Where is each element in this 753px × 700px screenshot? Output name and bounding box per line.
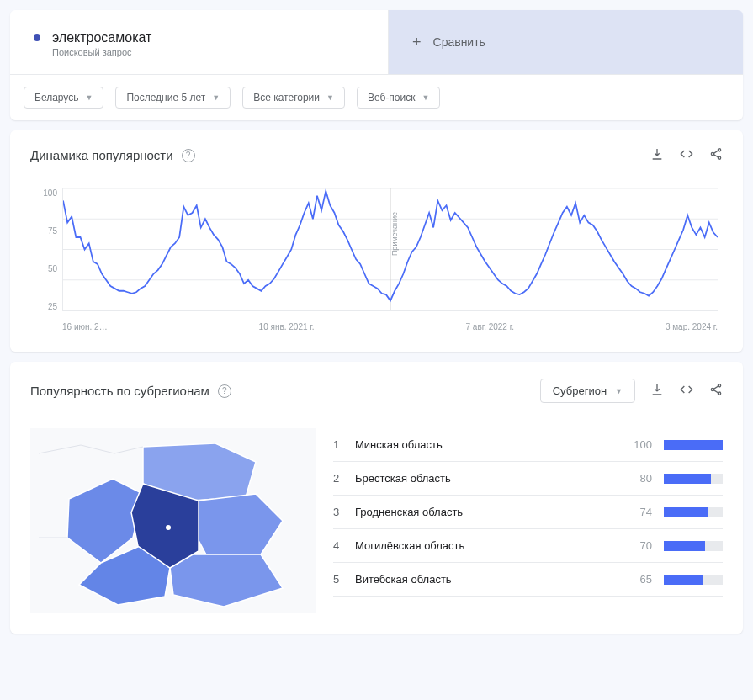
help-icon[interactable]: ? xyxy=(218,384,231,398)
download-icon[interactable] xyxy=(650,383,664,399)
category-filter[interactable]: Все категории ▼ xyxy=(242,87,345,109)
y-tick: 50 xyxy=(40,264,57,273)
interest-chart: 100 75 50 25 Примечание 16 июн. 2… 10 ян xyxy=(30,188,723,331)
search-type-filter[interactable]: Веб-поиск ▼ xyxy=(357,87,440,109)
search-term-box[interactable]: электросамокат Поисковый запрос xyxy=(10,10,389,74)
region-value: 100 xyxy=(627,438,652,451)
region-row[interactable]: 5Витебская область65 xyxy=(333,563,723,597)
x-tick: 3 мар. 2024 г. xyxy=(666,322,718,331)
chevron-down-icon: ▼ xyxy=(422,93,429,102)
embed-icon[interactable] xyxy=(679,383,694,399)
regions-map[interactable] xyxy=(30,428,316,613)
region-row[interactable]: 3Гродненская область74 xyxy=(333,496,723,529)
category-filter-label: Все категории xyxy=(253,92,320,103)
region-rank: 4 xyxy=(333,539,343,552)
regions-list: 1Минская область1002Брестская область803… xyxy=(333,428,723,613)
region-value: 74 xyxy=(627,506,652,518)
regions-card-actions: Субрегион ▼ xyxy=(540,379,723,403)
download-icon[interactable] xyxy=(650,147,664,163)
region-name: Брестская область xyxy=(355,472,615,485)
regions-card-header: Популярность по субрегионам ? Субрегион … xyxy=(30,379,723,403)
region-row[interactable]: 2Брестская область80 xyxy=(333,462,723,496)
embed-icon[interactable] xyxy=(679,147,694,163)
region-value: 80 xyxy=(627,472,652,485)
svg-point-12 xyxy=(166,525,171,530)
share-icon[interactable] xyxy=(709,383,723,399)
y-tick: 75 xyxy=(40,226,57,236)
region-name: Витебская область xyxy=(355,573,615,586)
chevron-down-icon: ▼ xyxy=(326,93,334,102)
interest-over-time-card: Динамика популярности ? 100 75 50 25 xyxy=(10,130,743,352)
compare-button[interactable]: + Сравнить xyxy=(389,10,743,74)
region-name: Гродненская область xyxy=(355,506,615,518)
y-tick: 25 xyxy=(40,302,57,311)
subdivision-label: Субрегион xyxy=(553,384,607,397)
region-name: Могилёвская область xyxy=(355,539,615,552)
search-term-type: Поисковый запрос xyxy=(52,47,364,57)
region-value: 70 xyxy=(627,539,652,552)
time-filter[interactable]: Последние 5 лет ▼ xyxy=(115,87,231,109)
chevron-down-icon: ▼ xyxy=(212,93,220,102)
chart-plot-area: Примечание xyxy=(62,188,718,311)
query-panel: электросамокат Поисковый запрос + Сравни… xyxy=(10,10,743,120)
region-bar xyxy=(664,474,723,484)
regions-card-title: Популярность по субрегионам xyxy=(30,384,209,398)
compare-label: Сравнить xyxy=(433,35,485,49)
share-icon[interactable] xyxy=(709,147,723,163)
query-row: электросамокат Поисковый запрос + Сравни… xyxy=(10,10,743,74)
region-bar xyxy=(664,440,723,450)
region-rank: 1 xyxy=(333,438,343,451)
interest-card-header: Динамика популярности ? xyxy=(30,147,723,163)
region-rank: 3 xyxy=(333,506,343,518)
region-row[interactable]: 4Могилёвская область70 xyxy=(333,529,723,563)
subdivision-dropdown[interactable]: Субрегион ▼ xyxy=(540,379,635,403)
region-rank: 5 xyxy=(333,573,343,586)
x-tick: 16 июн. 2… xyxy=(62,322,108,331)
region-name: Минская область xyxy=(355,438,615,451)
region-rank: 2 xyxy=(333,472,343,485)
interest-card-title: Динамика популярности xyxy=(30,148,173,162)
x-tick: 7 авг. 2022 г. xyxy=(465,322,513,331)
region-row[interactable]: 1Минская область100 xyxy=(333,428,723,462)
x-axis-ticks: 16 июн. 2… 10 янв. 2021 г. 7 авг. 2022 г… xyxy=(62,322,718,331)
region-bar xyxy=(664,575,723,585)
region-bar xyxy=(664,541,723,551)
term-dot xyxy=(34,34,40,41)
filter-row: Беларусь ▼ Последние 5 лет ▼ Все категор… xyxy=(10,74,743,120)
search-term: электросамокат xyxy=(52,30,151,45)
chevron-down-icon: ▼ xyxy=(85,93,93,102)
x-tick: 10 янв. 2021 г. xyxy=(259,322,315,331)
chevron-down-icon: ▼ xyxy=(615,387,623,395)
regions-body: 1Минская область1002Брестская область803… xyxy=(30,428,723,613)
help-icon[interactable]: ? xyxy=(182,149,195,162)
time-filter-label: Последние 5 лет xyxy=(126,92,205,103)
search-type-filter-label: Веб-поиск xyxy=(368,92,416,103)
plus-icon: + xyxy=(412,34,422,51)
interest-card-actions xyxy=(650,147,723,163)
region-value: 65 xyxy=(627,573,652,586)
y-tick: 100 xyxy=(40,188,57,198)
geo-filter-label: Беларусь xyxy=(34,92,78,103)
geo-filter[interactable]: Беларусь ▼ xyxy=(24,87,103,109)
regions-card: Популярность по субрегионам ? Субрегион … xyxy=(10,362,743,634)
region-bar xyxy=(664,507,723,517)
